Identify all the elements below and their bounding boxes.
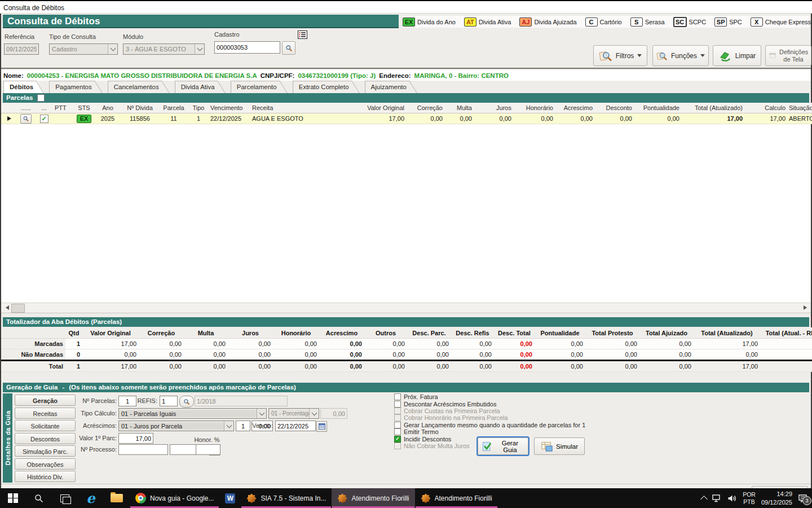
taskbar-item-word[interactable]: W bbox=[219, 488, 241, 508]
checkbox-label: Descontar Acréscimos Embutidos bbox=[404, 401, 496, 408]
limpar-button[interactable]: Limpar bbox=[713, 45, 761, 66]
totalizador-column-header: Correção bbox=[139, 327, 184, 339]
checkbox-label: Cobrar Custas na Primeira Parcela bbox=[404, 408, 500, 414]
table-row[interactable]: ✓ EX202511585611122/12/2025AGUA E ESGOTO… bbox=[1, 113, 812, 124]
internet-explorer-button[interactable]: e bbox=[78, 488, 104, 508]
sia-icon bbox=[246, 493, 257, 503]
definicoes-tela-button[interactable]: Definições de Tela bbox=[765, 45, 811, 66]
modulo-select: 3 - ÁGUA E ESGOTO bbox=[123, 43, 205, 55]
tab-divida-ativa[interactable]: Divida Ativa bbox=[175, 81, 216, 93]
parcelas-checkbox[interactable] bbox=[37, 94, 45, 102]
cadastro-input[interactable] bbox=[214, 41, 280, 54]
simular-label: Simular bbox=[556, 443, 578, 450]
legend-item-s: S Serasa bbox=[630, 17, 665, 27]
network-icon[interactable] bbox=[712, 494, 722, 502]
cadastro-search-button[interactable] bbox=[282, 41, 295, 55]
checkbox-box[interactable] bbox=[394, 428, 401, 435]
vencto-calendar-button[interactable] bbox=[316, 421, 327, 432]
tab-debitos[interactable]: Débitos bbox=[3, 81, 34, 93]
checkbox-box[interactable]: ✓ bbox=[394, 436, 401, 443]
tab-extrato-completo[interactable]: Extrato Completo bbox=[293, 81, 350, 93]
checkbox-cobrar-honorario-na-primeira-parcela: Cobrar Honorário na Primeira Parcela bbox=[394, 414, 597, 421]
scroll-right-icon bbox=[804, 305, 807, 310]
totalizador-column-header bbox=[1, 327, 65, 339]
tab-parcelamento[interactable]: Parcelamento bbox=[231, 81, 278, 93]
gerar-guia-button[interactable]: Gerar Guia bbox=[478, 437, 528, 455]
checkbox-box[interactable] bbox=[394, 422, 401, 428]
endereco-label: Endereco: bbox=[379, 72, 411, 79]
task-view-button[interactable] bbox=[52, 488, 78, 508]
funcoes-button[interactable]: Funções bbox=[652, 45, 709, 66]
checkbox-box[interactable] bbox=[394, 401, 401, 408]
row-search-button[interactable] bbox=[20, 114, 32, 124]
side-button-simulacao-parc[interactable]: Simulação Parc. bbox=[15, 445, 76, 457]
tab-label: Ajuizamento bbox=[371, 84, 407, 90]
tab-ajuizamento[interactable]: Ajuizamento bbox=[365, 81, 408, 93]
taskbar-item-atendimento-fiorilli[interactable]: Atendimento Fiorilli bbox=[415, 488, 498, 508]
legend-item-ex: EX Divida do Ano bbox=[403, 17, 456, 27]
legend-label: Divida Ajuizada bbox=[534, 19, 576, 25]
scroll-left-button[interactable] bbox=[2, 303, 12, 312]
checkbox-gerar-lancamento-mesmo-quando-a-quantidade-de-parcelas-for-1[interactable]: Gerar Lançamento mesmo quando a quantida… bbox=[394, 422, 597, 428]
row-cell: 0,00 bbox=[406, 113, 444, 124]
totalizador-column-header: Outros bbox=[364, 327, 407, 339]
checkbox-emitir-termo[interactable]: Emitir Termo bbox=[394, 428, 597, 435]
acrescimos-select[interactable]: 01 - Juros por Parcela bbox=[118, 421, 234, 431]
refis-search-button[interactable] bbox=[179, 396, 194, 408]
tray-chevron-icon[interactable] bbox=[700, 496, 708, 503]
taskbar-item-label: Atendimento Fiorilli bbox=[435, 494, 492, 502]
start-button[interactable] bbox=[0, 488, 26, 508]
honor-input[interactable] bbox=[196, 444, 220, 455]
horizontal-scrollbar[interactable] bbox=[1, 303, 811, 313]
checkbox-box bbox=[394, 408, 401, 414]
list-icon[interactable] bbox=[298, 30, 307, 40]
totalizador-cell: 0 bbox=[65, 349, 82, 361]
side-button-receitas[interactable]: Receitas bbox=[15, 408, 76, 419]
action-center-button[interactable]: 3 bbox=[798, 494, 807, 503]
language-indicator[interactable]: POR PTB bbox=[743, 491, 756, 505]
simular-button[interactable]: Simular bbox=[534, 437, 585, 455]
taskbar-item-nova-guia-google[interactable]: Nova guia - Google... bbox=[130, 488, 219, 508]
ex-badge-icon: EX bbox=[403, 17, 415, 27]
c-badge-icon: C bbox=[585, 17, 598, 27]
row-checkbox[interactable]: ✓ bbox=[40, 115, 48, 123]
taskbar-search-button[interactable] bbox=[26, 488, 52, 508]
file-explorer-button[interactable] bbox=[104, 488, 130, 508]
checkbox-prox-fatura[interactable]: Próx. Fatura bbox=[394, 393, 597, 400]
tab-cancelamentos[interactable]: Cancelamentos bbox=[108, 81, 160, 93]
taskbar-item-atendimento-fiorilli[interactable]: Atendimento Fiorilli bbox=[332, 488, 414, 508]
row-cell: ABERTO DO EXERCÍCIO bbox=[787, 113, 812, 124]
totalizador-cell: 17,00 bbox=[82, 361, 139, 372]
checkbox-descontar-acrescimos-embutidos[interactable]: Descontar Acréscimos Embutidos bbox=[394, 400, 597, 407]
refis-label: REFIS: bbox=[117, 397, 157, 404]
row-cell: 11 bbox=[159, 113, 188, 124]
clock[interactable]: 14:29 09/12/2025 bbox=[761, 490, 792, 506]
totalizador-cell: 0,00 bbox=[184, 339, 228, 349]
vencto-input[interactable] bbox=[275, 421, 316, 431]
totalizador-cell: 0,00 bbox=[184, 349, 228, 361]
parcelas-grid: .........PTTSTSAnoNº DividaParcelaTipoVe… bbox=[1, 103, 811, 313]
taskbar-item-sia-7-5-sistema-in[interactable]: SIA 7.5 - Sistema In... bbox=[241, 488, 332, 508]
legend-label: SCPC bbox=[689, 19, 707, 25]
tab-pagamentos[interactable]: Pagamentos bbox=[49, 81, 93, 93]
side-button-solicitante[interactable]: Solicitante bbox=[15, 420, 76, 431]
valor-parc-input[interactable] bbox=[118, 433, 153, 444]
totalizador-column-header: Desc. Refis bbox=[451, 327, 494, 339]
porcentagem-select: 01 - Porcentagem bbox=[268, 408, 319, 419]
tipo-calculo-select[interactable]: 01 - Parcelas Iguais bbox=[118, 408, 267, 419]
refis-input[interactable] bbox=[160, 396, 178, 406]
side-button-geracao[interactable]: Geração bbox=[15, 395, 76, 406]
side-button-descontos[interactable]: Descontos bbox=[15, 433, 76, 444]
totalizador-cell: 0,00 bbox=[319, 349, 364, 361]
filtros-button[interactable]: Filtros bbox=[593, 45, 647, 66]
processo-input-1[interactable] bbox=[118, 444, 168, 455]
totalizador-row-marcadas: Marcadas117,000,000,000,000,000,000,000,… bbox=[1, 339, 812, 349]
scroll-right-button[interactable] bbox=[800, 303, 810, 312]
side-button-historico-div[interactable]: Histórico Div. bbox=[15, 471, 76, 482]
speaker-icon[interactable] bbox=[727, 494, 737, 502]
side-button-observacoes[interactable]: Observações bbox=[15, 458, 76, 470]
checkbox-box[interactable] bbox=[394, 393, 401, 400]
tipo-consulta-label: Tipo de Consulta bbox=[49, 33, 96, 40]
grid-column-header: ...... bbox=[17, 103, 35, 113]
scrollbar-thumb[interactable] bbox=[11, 304, 25, 313]
